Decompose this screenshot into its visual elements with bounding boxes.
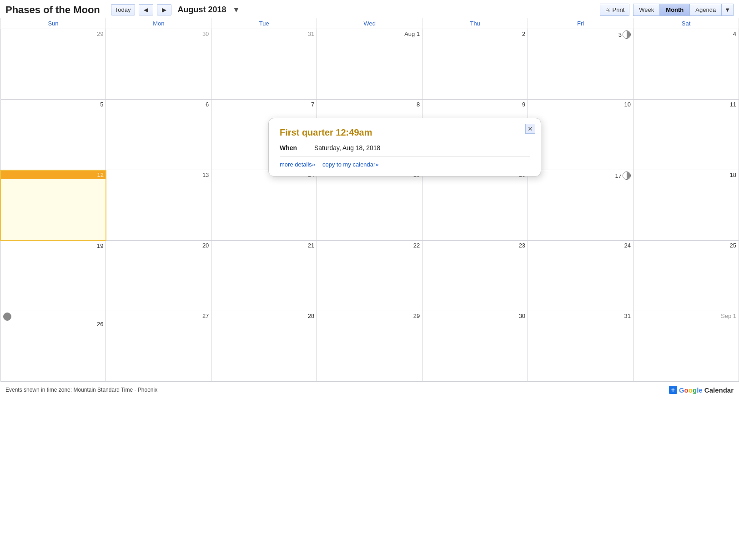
month-view-button[interactable]: Month bbox=[660, 4, 689, 16]
day-header-fri: Fri bbox=[528, 18, 633, 29]
day-cell[interactable]: 11 bbox=[633, 100, 739, 170]
day-cell[interactable]: 23 bbox=[422, 241, 528, 311]
print-button[interactable]: 🖨 Print bbox=[600, 4, 630, 16]
day-header-wed: Wed bbox=[317, 18, 422, 29]
day-cell[interactable]: 3 bbox=[528, 29, 633, 100]
day-cell[interactable]: 20 bbox=[106, 241, 211, 311]
popup-when-label: When bbox=[280, 144, 307, 151]
day-cell[interactable]: Sep 1 bbox=[633, 311, 739, 382]
day-cell[interactable]: 10 bbox=[528, 100, 633, 170]
today-button[interactable]: Today bbox=[111, 4, 135, 15]
day-cell[interactable]: 29 bbox=[317, 311, 422, 382]
day-header-thu: Thu bbox=[422, 18, 528, 29]
month-dropdown-arrow[interactable]: ▼ bbox=[233, 6, 240, 14]
day-cell[interactable]: 5 bbox=[0, 100, 106, 170]
google-calendar-logo: + Google Calendar bbox=[669, 386, 734, 394]
day-cell[interactable]: 27 bbox=[106, 311, 211, 382]
week-view-button[interactable]: Week bbox=[633, 4, 660, 16]
gcal-wordmark: Google Calendar bbox=[679, 386, 734, 394]
new-moon-icon bbox=[3, 313, 11, 321]
day-cell[interactable]: 31 bbox=[528, 311, 633, 382]
page-title: Phases of the Moon bbox=[5, 4, 100, 16]
day-cell[interactable]: 30 bbox=[422, 311, 528, 382]
moon-phase-icon bbox=[623, 30, 631, 39]
day-cell[interactable]: 21 bbox=[211, 241, 317, 311]
day-cell[interactable]: 14 bbox=[211, 170, 317, 241]
day-cell[interactable]: 22 bbox=[317, 241, 422, 311]
footer-timezone-text: Events shown in time zone: Mountain Stan… bbox=[5, 387, 157, 393]
day-header-sat: Sat bbox=[633, 18, 739, 29]
day-cell[interactable]: 30 bbox=[106, 29, 211, 100]
popup-copy-to-calendar-link[interactable]: copy to my calendar» bbox=[322, 161, 379, 168]
day-cell[interactable]: 15 bbox=[317, 170, 422, 241]
day-cell[interactable]: 24 bbox=[528, 241, 633, 311]
day-cell[interactable]: 28 bbox=[211, 311, 317, 382]
day-cell[interactable]: 16 bbox=[422, 170, 528, 241]
day-cell[interactable]: 31 bbox=[211, 29, 317, 100]
popup-when-value: Saturday, Aug 18, 2018 bbox=[314, 144, 380, 151]
agenda-dropdown-button[interactable]: ▼ bbox=[722, 4, 734, 16]
day-cell[interactable]: 4 bbox=[633, 29, 739, 100]
moon-phase-icon bbox=[623, 172, 631, 180]
day-cell[interactable]: 26 bbox=[0, 311, 106, 382]
day-cell[interactable]: 18 bbox=[633, 170, 739, 241]
day-cell[interactable]: 25 bbox=[633, 241, 739, 311]
popup-close-button[interactable]: ✕ bbox=[525, 124, 535, 134]
event-popup: ✕ First quarter 12:49am When Saturday, A… bbox=[268, 118, 541, 177]
next-button[interactable]: ▶ bbox=[157, 4, 171, 15]
agenda-view-button[interactable]: Agenda bbox=[689, 4, 722, 16]
prev-button[interactable]: ◀ bbox=[139, 4, 153, 15]
day-cell[interactable]: 6 bbox=[106, 100, 211, 170]
month-year-label: August 2018 bbox=[178, 5, 226, 15]
gcal-plus-icon: + bbox=[669, 386, 677, 394]
day-header-mon: Mon bbox=[106, 18, 211, 29]
day-cell[interactable]: 13 bbox=[106, 170, 211, 241]
day-cell[interactable]: 17 bbox=[528, 170, 633, 241]
printer-icon: 🖨 bbox=[605, 6, 611, 13]
day-header-sun: Sun bbox=[0, 18, 106, 29]
popup-event-title: First quarter 12:49am bbox=[280, 127, 530, 138]
day-cell[interactable]: 2 bbox=[422, 29, 528, 100]
day-header-tue: Tue bbox=[211, 18, 317, 29]
today-header: 12 bbox=[1, 171, 106, 179]
popup-more-details-link[interactable]: more details» bbox=[280, 161, 315, 168]
day-cell[interactable]: 19 bbox=[0, 241, 106, 311]
today-cell[interactable]: 12 bbox=[0, 170, 106, 241]
day-cell[interactable]: Aug 1 bbox=[317, 29, 422, 100]
day-cell[interactable]: 29 bbox=[0, 29, 106, 100]
